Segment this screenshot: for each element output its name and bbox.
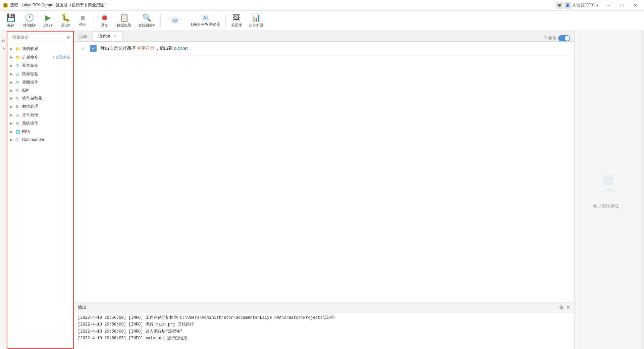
toolbar-sep-3 [225,14,226,28]
toolbar-timeline[interactable]: 🕐 时间线▾ [20,12,39,30]
tree-item-expand[interactable]: ▶ 📁 扩展命令 + 获取命令 [7,53,73,61]
ui-analyzer-label: UI分析器 [249,23,264,28]
toolbar-run[interactable]: ▶ 运行▾ [40,12,56,30]
tree-item-data[interactable]: ▶ ⚙ 数据处理 [7,102,73,111]
debug-label: 调试▾ [61,23,70,28]
tab-flow[interactable]: 流程 [74,32,93,41]
toolbar: 💾 保存 🕐 时间线▾ ▶ 运行▾ 🐛 调试▾ ⏹ 停止 ⏺ 录制 📋 数据抓取… [0,11,644,31]
svg-rect-3 [604,182,612,184]
toolbar-scrape[interactable]: 📋 数据抓取 [114,12,134,30]
tree-item-commander[interactable]: ▶ ⊙ Commander [7,136,73,143]
arrow-commander: ▶ [10,138,14,142]
label-mouse: 鼠标键盘 [22,71,38,77]
get-command-btn[interactable]: + 获取命令 [53,55,70,60]
titlebar-left: 流 流程 - Laiye RPA Creator 社区版（仅用于非商业用途） [3,2,108,8]
svg-line-6 [598,186,601,189]
tree-item-ui[interactable]: ▶ ⊞ 界面操作 [7,78,73,87]
resize-handle-right [641,31,644,349]
close-tab-icon[interactable]: ✕ [112,34,117,39]
toolbar-ui-lib[interactable]: 🖼 界面库 [228,12,245,30]
toolbar-find[interactable]: 🔍 查找目标▾ [136,12,158,30]
label-basic: 基本命令 [22,63,38,68]
output-actions: 🗑 ✕ [559,305,570,310]
tabs-right: 可视化 [544,35,574,41]
find-label: 查找目标▾ [138,23,155,28]
search-icon-btn[interactable]: ≡ [66,34,70,41]
visualize-toggle[interactable] [558,35,570,41]
arrow-basic: ▶ [10,64,14,67]
icon-expand: 📁 [15,55,21,60]
tree-item-software[interactable]: ▶ ⚙ 软件自动化 [7,94,73,102]
log-line-4: [2022-4-10 20:56:05] [INFO] main.prj 运行已… [78,335,570,342]
tree-item-file[interactable]: ▶ ⊞ 文件处理 [7,111,73,119]
tab-flow-block[interactable]: 流程块 ✕ [93,31,122,41]
tree-item-basic[interactable]: ▶ ⊞ 基本命令 [7,61,73,70]
label-network: 网络 [22,129,30,135]
arrow-system: ▶ [10,121,14,125]
icon-network: 🌐 [15,130,21,134]
find-icon: 🔍 [142,13,151,22]
user-icon[interactable]: 👤 [564,2,571,9]
right-panel-content: 无可编辑属性！ [575,31,641,349]
toolbar-ui-analyzer[interactable]: 📊 UI分析器 [246,12,266,30]
arrow-data: ▶ [10,105,14,108]
step-block-icon: ≡ [90,45,97,52]
left-sidebar-icons: 命 令 [0,31,7,349]
toolbar-stop[interactable]: ⏹ 停止 [75,12,91,30]
toolbar-save[interactable]: 💾 保存 [3,12,19,30]
left-icon-1[interactable]: 命 [1,34,6,39]
minimize-button[interactable]: － [602,1,614,10]
icon-software: ⚙ [15,96,21,101]
icon-data: ⚙ [15,104,21,109]
label-data: 数据处理 [22,104,38,109]
tree-item-system[interactable]: ▶ ⊞ 系统操作 [7,119,73,128]
no-edit-icon [595,171,622,198]
tree-item-mouse[interactable]: ▶ ⊞ 鼠标键盘 [7,70,73,78]
search-input[interactable] [10,34,65,41]
close-button[interactable]: ✕ [629,1,641,10]
visualize-label: 可视化 [544,36,556,41]
run-label: 运行▾ [43,23,53,28]
tabs-bar: 流程 流程块 ✕ 可视化 [74,31,574,42]
ui-lib-label: 界面库 [231,23,242,28]
no-edit-text: 无可编辑属性！ [593,203,623,209]
run-icon: ▶ [45,13,51,22]
timeline-label: 时间线▾ [23,23,36,28]
icon-mouse: ⊞ [15,72,21,77]
clear-output-btn[interactable]: 🗑 [559,305,564,310]
icon-file: ⊞ [15,113,21,117]
step-varname: dictRet [174,46,187,51]
icon-basic: ⊞ [15,63,21,68]
toolbar-debug[interactable]: 🐛 调试▾ [57,12,73,30]
left-icon-2[interactable]: 令 [1,42,6,47]
label-software: 软件自动化 [22,95,42,101]
debug-icon: 🐛 [61,13,70,22]
command-tree: ▶ 📁 我的收藏 ▶ 📁 扩展命令 + 获取命令 ▶ ⊞ 基本命令 [7,43,73,348]
tree-item-favorites[interactable]: ▶ 📁 我的收藏 [7,45,73,53]
step-desc-pre: 弹出自定义对话框 [101,46,136,51]
laiye-ai-icon: AI [171,17,179,24]
toolbar-laiye-browser[interactable]: AI [163,12,187,30]
close-output-btn[interactable]: ✕ [566,305,570,310]
tree-item-idp[interactable]: ▶ ⚙ IDP [7,87,73,94]
toolbar-record[interactable]: ⏺ 录制 [97,12,113,30]
svg-line-7 [615,186,618,189]
scrape-label: 数据抓取 [117,23,131,28]
icon-favorites: 📁 [15,47,21,51]
toolbar-idp[interactable]: AI Laiye RPA 浏览器 [188,12,223,30]
output-header: 输出 🗑 ✕ [74,302,574,312]
log-line-3: [2022-4-10 20:56:00] [INFO] 进入流程块"流程块" [78,328,570,335]
svg-rect-2 [609,177,612,180]
tree-item-network[interactable]: ▶ 🌐 网络 [7,128,73,136]
label-idp: IDP [22,88,29,93]
arrow-network: ▶ [10,130,14,134]
svg-rect-0 [601,174,615,186]
flow-step-3[interactable]: 3 ≡ 弹出自定义对话框 空字符串 ，输出到 dictRet [74,42,574,55]
arrow-file: ▶ [10,113,14,117]
toolbar-sep-1 [94,14,94,28]
grid-view-btn[interactable]: ⊞ [556,2,563,9]
output-panel: 输出 🗑 ✕ [2022-4-10 20:56:00] [INFO] 工作路径已… [74,302,574,349]
arrow-ui: ▶ [10,81,14,84]
ui-lib-icon: 🖼 [233,13,240,22]
maximize-button[interactable]: □ [616,1,628,10]
